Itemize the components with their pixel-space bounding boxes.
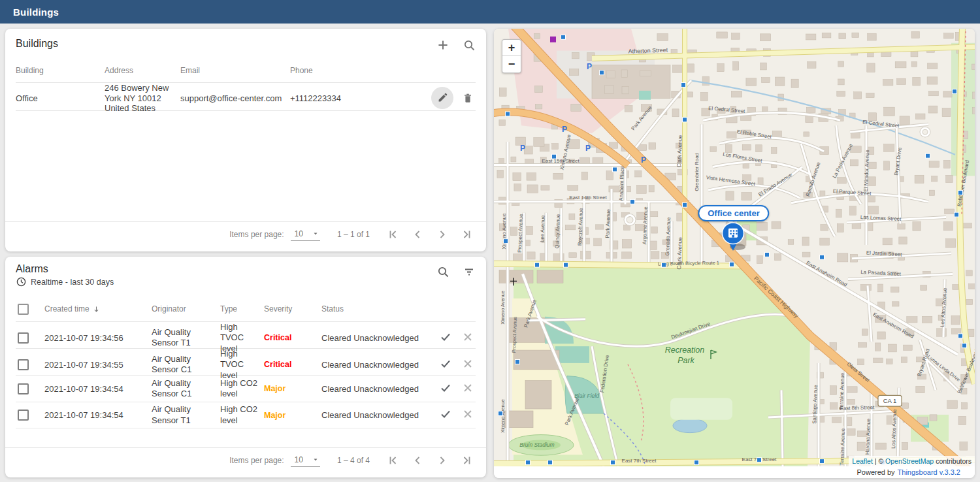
row-checkbox[interactable] [18, 383, 29, 394]
items-per-page-select[interactable]: 10 [291, 228, 320, 241]
cell-status: Cleared Unacknowledged [321, 384, 439, 394]
powered-by-footer: Powered by Thingsboard v.3.3.2 [494, 466, 975, 478]
timewindow-label[interactable]: Realtime - last 30 days [31, 278, 114, 287]
cell-originator: Air Quality Sensor T1 [152, 404, 220, 426]
row-checkbox[interactable] [18, 410, 29, 421]
col-created-time[interactable]: Created time [44, 304, 90, 313]
cell-severity: Critical [264, 333, 321, 342]
check-icon [439, 381, 452, 394]
buildings-widget-title: Buildings [16, 38, 58, 50]
cell-originator: Air Quality Sensor C1 [152, 354, 220, 376]
page-range: 1 – 4 of 4 [337, 456, 370, 465]
zoom-in-button[interactable]: + [502, 40, 521, 56]
prev-page-button[interactable] [409, 452, 426, 469]
cell-severity: Major [264, 384, 321, 393]
items-per-page-select[interactable]: 10 [291, 454, 320, 467]
buildings-widget: Buildings Building Address Email Phone O… [5, 29, 486, 251]
ack-button[interactable] [439, 330, 452, 345]
thingsboard-link[interactable]: Thingsboard v.3.3.2 [898, 468, 960, 476]
svg-text:P: P [587, 62, 592, 71]
cell-status: Cleared Unacknowledged [321, 360, 439, 370]
zoom-out-button[interactable]: − [502, 56, 521, 72]
chevron-right-icon [436, 454, 449, 467]
search-icon [436, 265, 449, 278]
svg-text:Lee Avenue: Lee Avenue [539, 215, 546, 242]
svg-text:P: P [641, 155, 646, 165]
cell-type: High CO2 level [220, 404, 264, 426]
row-checkbox[interactable] [18, 332, 29, 344]
svg-text:Ximeno Avenue: Ximeno Avenue [500, 291, 506, 325]
svg-text:CA 1: CA 1 [883, 397, 897, 404]
marker-tooltip[interactable]: Office center [698, 205, 769, 221]
clock-icon [16, 276, 27, 287]
select-all-checkbox[interactable] [18, 304, 29, 315]
delete-button[interactable] [460, 90, 476, 106]
ack-button[interactable] [439, 357, 452, 372]
close-icon [461, 381, 474, 394]
trash-icon [462, 92, 474, 104]
cell-originator: Air Quality Sensor C1 [152, 378, 220, 400]
svg-text:Greenbrier Road: Greenbrier Road [694, 153, 700, 191]
cell-created-time: 2021-10-07 19:34:56 [44, 333, 152, 343]
svg-text:Long Beach Bicycle Route 1: Long Beach Bicycle Route 1 [658, 260, 719, 267]
ack-button[interactable] [439, 381, 452, 396]
cell-building: Office [16, 93, 105, 103]
last-page-icon [461, 454, 474, 467]
clear-button[interactable] [461, 408, 474, 423]
prev-page-button[interactable] [409, 226, 426, 243]
buildings-table-header: Building Address Email Phone [16, 59, 476, 82]
first-page-button[interactable] [384, 452, 401, 469]
row-checkbox[interactable] [18, 359, 29, 370]
leaflet-link[interactable]: Leaflet [852, 457, 873, 465]
alarm-row[interactable]: 2021-10-07 19:34:54Air Quality Sensor C1… [16, 375, 476, 402]
close-icon [461, 408, 474, 421]
map-widget: Atherton StreetXimeno AvenuePark AvenueE… [494, 29, 975, 478]
page-range: 1 – 1 of 1 [337, 230, 370, 239]
table-row[interactable]: Office 246 Bowery New York NY 10012 Unit… [16, 82, 476, 111]
alarm-row[interactable]: 2021-10-07 19:34:55Air Quality Sensor C1… [16, 348, 476, 375]
svg-text:P: P [585, 144, 591, 153]
col-building: Building [16, 66, 105, 75]
col-address: Address [105, 66, 180, 75]
filter-button[interactable] [461, 264, 477, 280]
ack-button[interactable] [439, 408, 452, 423]
cell-originator: Air Quality Sensor T1 [152, 327, 220, 349]
alarms-table-body: 2021-10-07 19:34:56Air Quality Sensor T1… [16, 321, 476, 428]
next-page-button[interactable] [434, 452, 451, 469]
filter-icon [463, 265, 476, 278]
buildings-paginator: Items per page: 10 1 – 1 of 1 [5, 221, 486, 246]
search-icon [463, 39, 476, 52]
col-phone: Phone [290, 66, 395, 75]
last-page-button[interactable] [459, 226, 476, 243]
edit-button[interactable] [431, 87, 453, 109]
chevron-right-icon [436, 228, 449, 241]
clear-button[interactable] [461, 330, 474, 345]
search-button[interactable] [461, 37, 477, 53]
osm-link[interactable]: OpenStreetMap [885, 457, 934, 465]
first-page-button[interactable] [384, 226, 401, 243]
check-icon [439, 330, 452, 344]
alarms-table-header: Created time Originator Type Severity St… [16, 297, 476, 321]
chevron-down-icon [312, 457, 319, 463]
alarm-row[interactable]: 2021-10-07 19:34:54Air Quality Sensor T1… [16, 402, 476, 428]
last-page-button[interactable] [459, 452, 476, 469]
clear-button[interactable] [461, 357, 474, 372]
svg-text:Quincy Avenue: Quincy Avenue [554, 214, 561, 249]
chevron-down-icon [312, 231, 319, 237]
check-icon [439, 408, 452, 421]
alarm-row[interactable]: 2021-10-07 19:34:56Air Quality Sensor T1… [16, 321, 476, 348]
plus-icon [436, 38, 450, 52]
add-entity-button[interactable] [435, 37, 451, 53]
alarms-widget: Alarms Realtime - last 30 days Created t… [5, 257, 486, 477]
cell-status: Cleared Unacknowledged [321, 333, 439, 343]
close-icon [461, 357, 474, 370]
cell-status: Cleared Unacknowledged [321, 410, 439, 420]
col-originator: Originator [152, 304, 220, 313]
leaflet-map[interactable]: Atherton StreetXimeno AvenuePark AvenueE… [494, 29, 975, 466]
chevron-left-icon [411, 228, 424, 241]
next-page-button[interactable] [434, 226, 451, 243]
svg-text:P: P [562, 125, 567, 134]
clear-button[interactable] [461, 381, 474, 396]
building-icon [728, 229, 738, 238]
search-button[interactable] [435, 264, 451, 280]
